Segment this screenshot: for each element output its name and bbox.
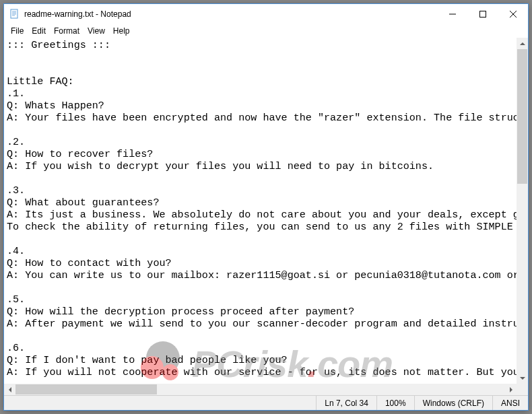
scroll-thumb-horizontal[interactable]: [15, 384, 157, 394]
scroll-thumb-vertical[interactable]: [517, 49, 527, 184]
horizontal-scrollbar[interactable]: [4, 384, 517, 395]
status-cursor-position: Ln 7, Col 34: [316, 396, 376, 410]
svg-rect-6: [479, 11, 486, 18]
menu-edit[interactable]: Edit: [28, 25, 50, 37]
line: Q: How to recover files?: [7, 148, 153, 160]
window-controls: [437, 4, 528, 24]
bottom-scroll-row: [4, 384, 528, 395]
scroll-up-arrow-icon[interactable]: [517, 38, 528, 49]
statusbar: Ln 7, Col 34 100% Windows (CRLF) ANSI: [4, 395, 528, 410]
line: Q: What about guarantees?: [7, 197, 159, 209]
window-title: readme-warning.txt - Notepad: [24, 9, 437, 19]
line: .6.: [7, 342, 25, 354]
app-icon: [9, 9, 20, 20]
line: A: If you wish to decrypt your files you…: [7, 160, 434, 172]
line: To check the ability of returning files,…: [7, 221, 517, 233]
line: .5.: [7, 294, 25, 306]
line: A: Its just a business. We absolutely do…: [7, 209, 517, 221]
line: A: Your files have been encrypted and no…: [7, 112, 517, 124]
line: A: You can write us to our mailbox: raze…: [7, 269, 517, 281]
line: A: After payment we will send to you our…: [7, 318, 517, 330]
line: Q: How to contact with you?: [7, 257, 172, 269]
line: Little FAQ:: [7, 75, 74, 88]
scroll-left-arrow-icon[interactable]: [4, 384, 15, 395]
line: .4.: [7, 245, 25, 257]
scroll-right-arrow-icon[interactable]: [505, 384, 517, 395]
line: Q: Whats Happen?: [7, 100, 104, 112]
close-button[interactable]: [498, 4, 528, 24]
line: .1.: [7, 88, 25, 100]
line: Q: If I don't want to pay bad people lik…: [7, 354, 288, 366]
menubar: File Edit Format View Help: [4, 24, 528, 38]
line: .2.: [7, 136, 25, 148]
status-zoom: 100%: [376, 396, 414, 410]
line: Q: How will the decryption process proce…: [7, 306, 354, 318]
line: A: If you will not cooperate with our se…: [7, 366, 517, 378]
line: ::: Greetings :::: [7, 39, 110, 51]
status-encoding: ANSI: [492, 396, 528, 410]
line: .3.: [7, 184, 25, 197]
vertical-scrollbar[interactable]: [517, 38, 528, 384]
maximize-button[interactable]: [467, 4, 498, 24]
titlebar[interactable]: readme-warning.txt - Notepad: [4, 4, 528, 24]
svg-rect-0: [11, 9, 18, 18]
scrollbar-corner: [517, 384, 528, 395]
status-line-ending: Windows (CRLF): [414, 396, 492, 410]
menu-help[interactable]: Help: [109, 25, 134, 37]
editor-area: ::: Greetings ::: Little FAQ: .1. Q: Wha…: [4, 38, 528, 384]
notepad-window: readme-warning.txt - Notepad File Edit F…: [3, 3, 529, 411]
menu-view[interactable]: View: [84, 25, 109, 37]
status-spacer: [4, 396, 316, 410]
scroll-down-arrow-icon[interactable]: [517, 372, 528, 384]
menu-file[interactable]: File: [7, 25, 28, 37]
text-editor[interactable]: ::: Greetings ::: Little FAQ: .1. Q: Wha…: [4, 38, 517, 384]
minimize-button[interactable]: [437, 4, 467, 24]
menu-format[interactable]: Format: [50, 25, 84, 37]
